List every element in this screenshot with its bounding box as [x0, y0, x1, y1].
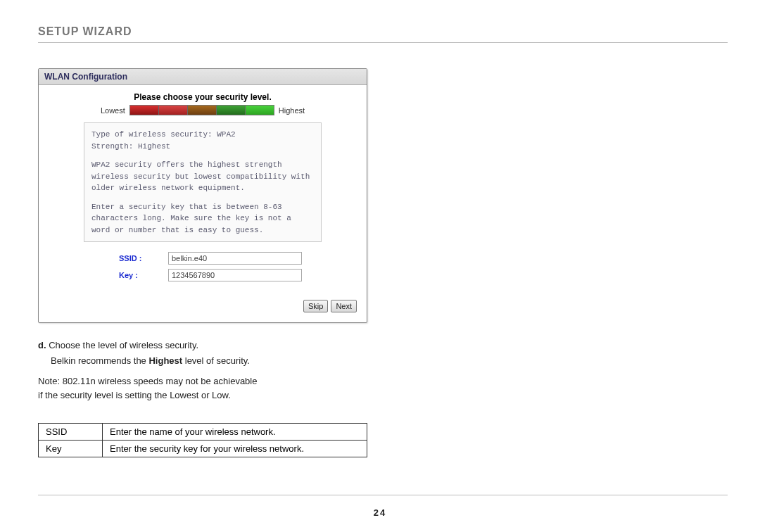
desc-type: Type of wireless security: WPA2	[91, 130, 236, 139]
key-label: Key :	[119, 271, 168, 279]
lowest-label: Lowest	[101, 106, 125, 115]
table-row: SSID Enter the name of your wireless net…	[39, 424, 367, 441]
note-line1: Note: 802.11n wireless speeds may not be…	[38, 376, 257, 386]
definition-table: SSID Enter the name of your wireless net…	[38, 423, 367, 457]
key-input[interactable]	[168, 269, 302, 281]
step-d: d. Choose the level of wireless security…	[38, 338, 376, 367]
step-line2b: level of security.	[182, 355, 250, 366]
ssid-label: SSID :	[119, 254, 168, 262]
key-row: Key :	[119, 269, 357, 281]
title-rule	[38, 42, 728, 43]
cell-ssid-label: SSID	[39, 424, 103, 441]
security-bar[interactable]	[129, 105, 274, 115]
security-seg-5[interactable]	[246, 106, 274, 115]
security-level-title: Please choose your security level.	[49, 92, 357, 102]
page-title: SETUP WIZARD	[38, 25, 728, 38]
note-text: Note: 802.11n wireless speeds may not be…	[38, 374, 376, 402]
step-line2-bold: Highest	[148, 355, 182, 366]
security-seg-2[interactable]	[159, 106, 188, 115]
desc-strength: Strength: Highest	[91, 142, 170, 151]
skip-button[interactable]: Skip	[303, 300, 328, 312]
cell-ssid-desc: Enter the name of your wireless network.	[103, 424, 367, 441]
security-seg-4[interactable]	[217, 106, 246, 115]
cell-key-label: Key	[39, 441, 103, 457]
step-letter: d.	[38, 340, 46, 350]
desc-para2: Enter a security key that is between 8-6…	[91, 201, 314, 236]
next-button[interactable]: Next	[331, 300, 357, 312]
security-description-box: Type of wireless security: WPA2 Strength…	[84, 122, 322, 242]
note-line2: if the security level is setting the Low…	[38, 390, 231, 400]
security-level-bar: Lowest Highest	[49, 105, 357, 115]
footer-rule	[38, 495, 728, 495]
security-seg-1[interactable]	[130, 106, 159, 115]
ssid-input[interactable]	[168, 252, 302, 265]
ssid-row: SSID :	[119, 252, 357, 265]
step-line1: Choose the level of wireless security.	[49, 340, 198, 350]
table-row: Key Enter the security key for your wire…	[39, 441, 367, 457]
highest-label: Highest	[279, 106, 305, 115]
desc-para1: WPA2 security offers the highest strengt…	[91, 159, 314, 194]
wlan-panel-title: WLAN Configuration	[39, 69, 367, 85]
step-line2a: Belkin recommends the	[51, 355, 148, 366]
page-number: 24	[0, 507, 760, 518]
security-seg-3[interactable]	[188, 106, 217, 115]
wlan-config-panel: WLAN Configuration Please choose your se…	[38, 68, 367, 323]
cell-key-desc: Enter the security key for your wireless…	[103, 441, 367, 457]
